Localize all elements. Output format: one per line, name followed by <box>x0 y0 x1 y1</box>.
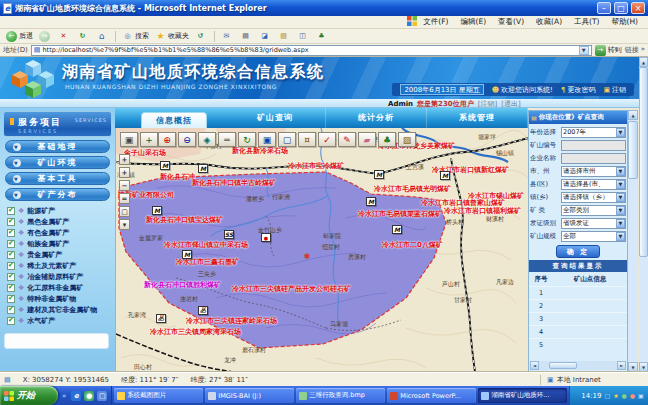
confirm-button[interactable]: 确 定 <box>556 245 600 258</box>
map-tool-button[interactable]: ═ <box>218 132 236 147</box>
browser-toolbar-button[interactable]: → <box>37 30 54 43</box>
go-button[interactable]: → 转到 <box>595 45 622 56</box>
scroll-thumb[interactable] <box>639 67 648 257</box>
change-password-link[interactable]: ¶ 更改密码 <box>561 85 595 95</box>
select-arrow-icon[interactable]: ▼ <box>616 232 625 241</box>
checkbox-checked-icon[interactable] <box>7 240 15 248</box>
main-tab[interactable]: 矿山查询 <box>225 108 326 128</box>
main-tab[interactable]: 统计分析 <box>326 108 427 128</box>
field-control[interactable]: 省级发证 ▼ <box>561 218 626 229</box>
map-marker[interactable]: M <box>152 206 162 215</box>
map-zoom-button[interactable]: + <box>119 154 130 165</box>
map-tool-button[interactable]: ⊖ <box>178 132 196 147</box>
map-marker[interactable]: 丛 <box>198 306 208 315</box>
browser-toolbar-button[interactable] <box>115 31 116 42</box>
checkbox-checked-icon[interactable] <box>7 317 15 325</box>
mineral-layer-item[interactable]: 冶金辅助原料矿产 <box>7 271 115 282</box>
map-marker[interactable]: M <box>374 170 384 179</box>
mineral-layer-item[interactable]: 贵金属矿产 <box>7 249 115 260</box>
map-tool-button[interactable]: ✎ <box>338 132 356 147</box>
field-control[interactable]: 请选择市州 ▼ <box>561 166 626 177</box>
result-row[interactable]: 2 <box>529 299 627 312</box>
browser-toolbar-button[interactable]: ✕ <box>56 30 73 43</box>
taskbar-task-button[interactable]: 三维行政查询.bmp <box>296 388 385 403</box>
field-control[interactable]: ▼ <box>561 153 626 164</box>
browser-toolbar-button[interactable]: ▨ <box>276 30 293 43</box>
browser-toolbar-button[interactable]: ↻ <box>75 30 92 43</box>
maximize-button[interactable]: □ <box>614 2 628 14</box>
map-tool-button[interactable]: ♣ <box>378 132 396 147</box>
browser-toolbar-button[interactable]: ◎ 搜索 <box>120 30 151 43</box>
field-control[interactable]: 全部类别 ▼ <box>561 205 626 216</box>
mineral-layer-item[interactable]: 铂族金属矿产 <box>7 238 115 249</box>
scroll-thumb[interactable] <box>628 121 638 179</box>
field-control[interactable]: 请选择镇（乡） ▼ <box>561 192 626 203</box>
map-tool-button[interactable]: ↻ <box>238 132 256 147</box>
map-tool-button[interactable]: ✓ <box>318 132 336 147</box>
tray-icon[interactable]: ▣ <box>638 392 644 399</box>
scroll-down-icon[interactable]: ▼ <box>639 362 648 372</box>
scroll-up-icon[interactable]: ▲ <box>639 57 648 67</box>
panel-vertical-scrollbar[interactable]: ▲ ▼ <box>628 110 638 372</box>
sidebar-section-button[interactable]: ▼ 基础地理 <box>5 140 110 153</box>
checkbox-checked-icon[interactable] <box>7 207 15 215</box>
checkbox-checked-icon[interactable] <box>7 306 15 314</box>
map-tool-button[interactable]: ⊕ <box>158 132 176 147</box>
select-arrow-icon[interactable]: ▼ <box>616 193 625 202</box>
mineral-layer-item[interactable]: 黑色金属矿产 <box>7 216 115 227</box>
mineral-layer-item[interactable]: 水气矿产 <box>7 315 115 326</box>
mineral-layer-item[interactable]: 有色金属矿产 <box>7 227 115 238</box>
map-tool-button[interactable]: ▣ <box>120 132 138 147</box>
checkbox-checked-icon[interactable] <box>7 218 15 226</box>
browser-toolbar-button[interactable]: ✉ <box>219 30 236 43</box>
quick-launch-icon[interactable]: ● <box>84 391 94 401</box>
browser-toolbar-button[interactable]: ↺ <box>193 30 210 43</box>
map-marker[interactable]: ✱ <box>302 252 312 261</box>
browser-toolbar-button[interactable]: ▤ <box>238 30 255 43</box>
taskbar-task-button[interactable]: 系统截图图片 <box>114 388 203 403</box>
browser-toolbar-button[interactable]: ← 后退 <box>4 30 35 43</box>
result-row[interactable]: 3 <box>529 312 627 325</box>
checkbox-checked-icon[interactable] <box>7 295 15 303</box>
scroll-up-icon[interactable]: ▲ <box>628 110 638 120</box>
map-marker[interactable]: SS <box>224 230 234 239</box>
mineral-layer-item[interactable]: 能源矿产 <box>7 205 115 216</box>
start-button[interactable]: 开始 <box>0 386 58 405</box>
map-marker[interactable]: ● <box>261 233 271 242</box>
map-marker[interactable]: M <box>160 161 170 170</box>
map-tool-button[interactable]: + <box>140 132 158 147</box>
checkbox-checked-icon[interactable] <box>7 251 15 259</box>
checkbox-checked-icon[interactable] <box>7 229 15 237</box>
map-viewport[interactable]: 大禾坪小云村杨桥村塘家坪锡山镇上宫溪冲口镇付家洲潘桥乡金竹山乡邹家院恒星村房溪村… <box>115 128 528 372</box>
menu-item[interactable]: 收藏(A) <box>530 17 568 27</box>
quick-launch-icon[interactable]: ▢ <box>97 391 107 401</box>
scroll-down-icon[interactable]: ▼ <box>628 362 638 372</box>
tray-icon[interactable]: ★ <box>613 392 618 399</box>
scroll-right-icon[interactable]: ► <box>617 361 626 370</box>
field-control[interactable]: 2007年 ▼ <box>561 127 626 138</box>
panel-horizontal-scrollbar[interactable]: ◄ ► <box>530 361 626 370</box>
select-arrow-icon[interactable]: ▼ <box>616 219 625 228</box>
result-row[interactable]: 5 <box>529 338 627 351</box>
mineral-layer-item[interactable]: 化工原料非金属矿 <box>7 282 115 293</box>
tray-icon[interactable]: ▢ <box>604 392 610 399</box>
address-input[interactable]: http://localhost/%e7%9f%bf%e5%b1%b1%e5%8… <box>31 45 592 56</box>
map-tool-button[interactable]: ▰ <box>358 132 376 147</box>
close-button[interactable]: × <box>631 2 645 14</box>
menu-item[interactable]: 工具(T) <box>568 17 605 27</box>
page-vertical-scrollbar[interactable]: ▲ ▼ <box>639 57 648 372</box>
checkbox-checked-icon[interactable] <box>7 273 15 281</box>
main-tab[interactable]: 系统管理 <box>427 108 528 128</box>
minimize-button[interactable]: – <box>597 2 611 14</box>
sidebar-section-button[interactable]: ▼ 基本工具 <box>5 172 110 185</box>
mineral-layer-item[interactable]: 稀土及元素矿产 <box>7 260 115 271</box>
map-tool-button[interactable]: ▣ <box>258 132 276 147</box>
taskbar-task-button[interactable]: Microsoft PowerP... <box>387 388 476 403</box>
map-tool-button[interactable]: ▨ <box>398 132 416 147</box>
map-tool-button[interactable]: ¤ <box>298 132 316 147</box>
browser-toolbar-button[interactable]: ★ 收藏夹 <box>153 30 191 43</box>
select-arrow-icon[interactable]: ▼ <box>616 128 625 137</box>
map-marker[interactable]: M <box>198 164 208 173</box>
menu-item[interactable]: 帮助(H) <box>606 17 645 27</box>
menu-item[interactable]: 编辑(E) <box>455 17 493 27</box>
